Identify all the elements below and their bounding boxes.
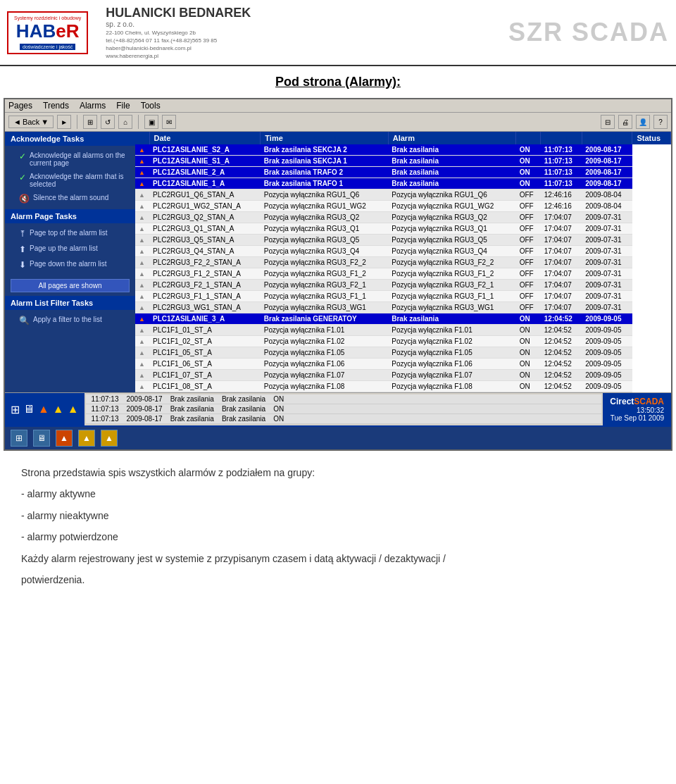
menu-trends[interactable]: Trends: [43, 101, 69, 111]
table-row[interactable]: ▲ PLC2RGU3_F1_1_STAN_A Pozycja wyłącznik…: [135, 291, 671, 302]
row-alarm-long: Pozycja wyłącznika F1.05: [388, 347, 515, 359]
taskbar-icon-alarm2[interactable]: ▲: [78, 430, 95, 447]
warning-icon: ▲: [139, 327, 145, 334]
row-icon: ▲: [135, 156, 149, 167]
status-icon-alarm1: ▲: [38, 403, 49, 416]
table-row[interactable]: ▲ PLC2RGU1_Q6_STAN_A Pozycja wyłącznika …: [135, 189, 671, 201]
row-alarm-long: Pozycja wyłącznika F1.08: [388, 381, 515, 392]
sidebar-ack-selected[interactable]: ✓ Acknowledge the alarm that is selected: [5, 170, 135, 191]
row-state: ON: [516, 359, 541, 370]
desc-line3: - alarmy nieaktywne: [21, 508, 655, 523]
warning-icon: ▲: [139, 304, 145, 311]
table-row[interactable]: ▲ PLC2RGU3_WG1_STAN_A Pozycja wyłącznika…: [135, 302, 671, 313]
row-icon: ▲: [135, 280, 149, 291]
table-row[interactable]: ▲ PLC1F1_06_ST_A Pozycja wyłącznika F1.0…: [135, 359, 671, 370]
warning-icon: ▲: [139, 237, 145, 244]
row-device: PLC1F1_02_ST_A: [149, 336, 261, 347]
toolbar-btn-2[interactable]: ↺: [101, 115, 115, 129]
table-row[interactable]: ▲ PLC2RGU3_F2_1_STAN_A Pozycja wyłącznik…: [135, 280, 671, 291]
sidebar-silence[interactable]: 🔇 Silence the alarm sound: [5, 191, 135, 206]
table-row[interactable]: ▲ PLC2RGU3_F1_2_STAN_A Pozycja wyłącznik…: [135, 268, 671, 280]
row-icon: ▲: [135, 268, 149, 280]
table-row[interactable]: ▲ PLC1F1_08_ST_A Pozycja wyłącznika F1.0…: [135, 381, 671, 392]
forward-button[interactable]: ►: [57, 115, 71, 129]
taskbar-icon-alarm1[interactable]: ▲: [56, 430, 73, 447]
logo-sub: doświadczenie i jakość: [20, 44, 75, 50]
row-alarm-short: Pozycja wyłącznika F1.08: [261, 381, 388, 392]
row-state: ON: [516, 336, 541, 347]
row-date: 2009-08-04: [582, 189, 632, 201]
toolbar-btn-3[interactable]: ⌂: [118, 115, 132, 129]
table-row[interactable]: ▲ PLC1ZASILANIE_S1_A Brak zasilania SEKC…: [135, 156, 671, 167]
row-alarm-short: Pozycja wyłącznika RGU3_F2_2: [261, 257, 388, 268]
sidebar-page-down[interactable]: ⬇ Page down the alarm list: [5, 257, 135, 273]
row-icon: ▲: [135, 359, 149, 370]
taskbar-icon-1[interactable]: ⊞: [11, 430, 27, 447]
row-state: OFF: [516, 235, 541, 246]
warning-icon: ▲: [139, 158, 145, 165]
warning-icon: ▲: [139, 225, 145, 232]
menu-file[interactable]: File: [116, 101, 130, 111]
warning-icon: ▲: [139, 282, 145, 289]
toolbar-btn-1[interactable]: ⊞: [83, 115, 97, 129]
table-row[interactable]: ▲ PLC2RGU3_Q2_STAN_A Pozycja wyłącznika …: [135, 212, 671, 223]
company-sp: sp. z o.o.: [106, 20, 251, 28]
table-row[interactable]: ▲ PLC2RGU1_WG2_STAN_A Pozycja wyłącznika…: [135, 201, 671, 212]
row-time: 12:04:52: [541, 336, 582, 347]
warning-icon: ▲: [139, 361, 145, 368]
table-row[interactable]: ▲ PLC2RGU3_F2_2_STAN_A Pozycja wyłącznik…: [135, 257, 671, 268]
toolbar-sep-2: [138, 115, 139, 129]
table-row[interactable]: ▲ PLC1ZASILANIE_1_A Brak zasilania TRAFO…: [135, 178, 671, 189]
warning-icon: ▲: [139, 180, 145, 187]
alarm-page-tasks-title: Alarm Page Tasks: [5, 209, 135, 223]
status-icons: ⊞ 🖥 ▲ ▲ ▲: [5, 393, 84, 425]
toolbar-btn-4[interactable]: ▣: [144, 115, 158, 129]
sidebar-page-up[interactable]: ⬆ Page up the alarm list: [5, 242, 135, 257]
row-date: 2009-07-31: [582, 291, 632, 302]
back-button[interactable]: ◄ Back ▼: [8, 116, 54, 128]
row-device: PLC1ZASILANIE_S2_A: [149, 144, 261, 156]
table-row[interactable]: ▲ PLC1ZASILANIE_2_A Brak zasilania TRAFO…: [135, 167, 671, 178]
menu-tools[interactable]: Tools: [141, 101, 161, 111]
toolbar-right-2[interactable]: 🖨: [618, 115, 632, 129]
row-alarm-long: Brak zasilania: [388, 144, 515, 156]
table-row[interactable]: ▲ PLC2RGU3_Q4_STAN_A Pozycja wyłącznika …: [135, 246, 671, 257]
table-row[interactable]: ▲ PLC1ZASILANIE_3_A Brak zasilania GENER…: [135, 313, 671, 325]
menu-pages[interactable]: Pages: [8, 101, 32, 111]
table-row[interactable]: ▲ PLC2RGU3_Q5_STAN_A Pozycja wyłącznika …: [135, 235, 671, 246]
status-icon-1: ⊞: [11, 403, 20, 416]
sidebar-filter[interactable]: 🔍 Apply a filter to the list: [5, 313, 135, 328]
row-time: 17:04:07: [541, 223, 582, 235]
toolbar-btn-5[interactable]: ✉: [162, 115, 176, 129]
row-icon: ▲: [135, 246, 149, 257]
table-row[interactable]: ▲ PLC2RGU3_Q1_STAN_A Pozycja wyłącznika …: [135, 223, 671, 235]
table-row[interactable]: ▲ PLC1F1_07_ST_A Pozycja wyłącznika F1.0…: [135, 370, 671, 381]
row-icon: ▲: [135, 235, 149, 246]
taskbar-icon-alarm3[interactable]: ▲: [101, 430, 118, 447]
row-alarm-short: Brak zasilania TRAFO 2: [261, 167, 388, 178]
row-date: 2009-07-31: [582, 235, 632, 246]
toolbar-right-1[interactable]: ⊟: [601, 115, 615, 129]
table-row[interactable]: ▲ PLC1ZASILANIE_S2_A Brak zasilania SEKC…: [135, 144, 671, 156]
filter-icon: 🔍: [19, 316, 30, 325]
toolbar-right-4[interactable]: ?: [653, 115, 668, 129]
row-icon: ▲: [135, 178, 149, 189]
menu-alarms[interactable]: Alarms: [80, 101, 106, 111]
row-time: 17:04:07: [541, 257, 582, 268]
toolbar-right-3[interactable]: 👤: [636, 115, 650, 129]
row-alarm-short: Pozycja wyłącznika RGU1_Q6: [261, 189, 388, 201]
taskbar-icon-2[interactable]: 🖥: [33, 430, 50, 447]
company-info: HULANICKI BEDNAREK sp. z o.o. 22-100 Che…: [106, 6, 251, 59]
row-time: 17:04:07: [541, 268, 582, 280]
table-row[interactable]: ▲ PLC1F1_05_ST_A Pozycja wyłącznika F1.0…: [135, 347, 671, 359]
table-row[interactable]: ▲ PLC1F1_01_ST_A Pozycja wyłącznika F1.0…: [135, 325, 671, 336]
company-email: haber@hulanicki-bednarek.com.pl: [106, 45, 251, 51]
table-row[interactable]: ▲ PLC1F1_02_ST_A Pozycja wyłącznika F1.0…: [135, 336, 671, 347]
taskbar: ⊞ 🖥 ▲ ▲ ▲: [5, 425, 671, 449]
row-alarm-short: Pozycja wyłącznika F1.02: [261, 336, 388, 347]
sidebar-ack-all[interactable]: ✓ Acknowledge all alarms on the current …: [5, 149, 135, 170]
row-time: 11:07:13: [541, 167, 582, 178]
sidebar-page-top[interactable]: ⤒ Page top of the alarm list: [5, 226, 135, 242]
status-row-alarm2: Brak zasilania: [220, 395, 268, 403]
status-row-alarm1: Brak zasilania: [168, 405, 216, 413]
